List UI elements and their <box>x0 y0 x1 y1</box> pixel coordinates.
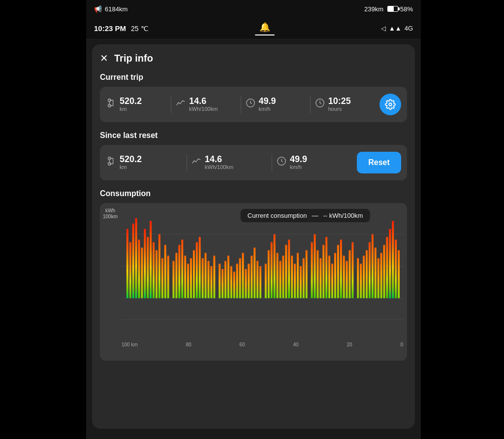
tooltip-separator: — <box>312 212 318 219</box>
svg-rect-74 <box>297 253 299 298</box>
svg-rect-69 <box>282 256 284 299</box>
reset-button[interactable]: Reset <box>357 152 401 173</box>
x-label-100: 100 km <box>122 342 138 347</box>
main-content: ✕ Trip info Current trip 520.2 km <box>92 44 415 429</box>
svg-rect-59 <box>251 256 252 299</box>
x-label-20: 20 <box>346 342 352 347</box>
svg-rect-75 <box>300 266 302 298</box>
time-stat: 10:25 hours <box>315 97 376 113</box>
svg-rect-76 <box>303 258 305 298</box>
svg-rect-96 <box>366 250 368 298</box>
svg-rect-68 <box>280 261 282 299</box>
svg-rect-107 <box>398 250 400 298</box>
reset-distance-stat: 520.2 km <box>106 155 183 171</box>
notification-bar: 10:23 PM 25 ℃ 🔔 ◁ ▲▲ 4G <box>86 18 421 39</box>
svg-rect-58 <box>248 264 250 298</box>
svg-rect-64 <box>268 250 270 298</box>
svg-rect-51 <box>227 256 229 299</box>
svg-rect-94 <box>360 264 362 298</box>
reset-consumption-stat: 14.6 kWh/100km <box>191 155 268 171</box>
status-right: 239km 58% <box>364 5 413 13</box>
x-axis-labels: 100 km 80 60 40 20 0 <box>122 342 403 347</box>
svg-rect-99 <box>375 247 377 298</box>
distance-stat: 520.2 km <box>106 97 167 113</box>
svg-rect-105 <box>392 221 394 298</box>
time-unit: hours <box>328 106 351 112</box>
chart-tooltip: Current consumption — -- kWh/100km <box>241 209 370 222</box>
svg-rect-60 <box>253 247 255 298</box>
distance-unit: km <box>120 106 142 112</box>
x-label-60: 60 <box>240 342 245 347</box>
svg-rect-95 <box>363 256 365 299</box>
svg-rect-83 <box>325 237 327 299</box>
svg-rect-62 <box>259 266 261 298</box>
divider-3 <box>310 96 311 113</box>
svg-rect-82 <box>322 245 324 298</box>
reset-distance-icon <box>106 156 117 169</box>
svg-rect-77 <box>306 250 308 298</box>
svg-rect-70 <box>285 245 287 298</box>
svg-rect-18 <box>126 229 128 299</box>
tooltip-value: -- kWh/100km <box>323 212 363 219</box>
svg-rect-80 <box>316 250 318 298</box>
svg-rect-84 <box>328 256 330 299</box>
svg-rect-19 <box>129 242 131 299</box>
svg-rect-103 <box>386 237 388 299</box>
svg-rect-43 <box>202 258 204 298</box>
settings-button[interactable] <box>379 94 401 115</box>
svg-rect-88 <box>340 239 342 298</box>
divider-1 <box>171 96 171 113</box>
svg-rect-25 <box>147 237 149 299</box>
svg-rect-71 <box>288 239 290 298</box>
svg-rect-73 <box>294 264 296 298</box>
battery-indicator: 58% <box>387 5 413 13</box>
svg-rect-37 <box>184 256 186 299</box>
trip-info-title: Trip info <box>114 53 153 64</box>
svg-rect-72 <box>291 256 293 299</box>
time-value: 10:25 <box>328 97 351 106</box>
svg-rect-34 <box>175 253 177 298</box>
svg-rect-79 <box>314 234 316 298</box>
svg-rect-55 <box>239 258 241 298</box>
consumption-value: 14.6 <box>189 97 218 106</box>
signal-icon: ▲▲ <box>389 25 402 32</box>
svg-rect-40 <box>193 250 195 298</box>
svg-rect-87 <box>337 245 339 298</box>
svg-rect-102 <box>383 245 385 298</box>
y-axis-label: kWh 100km <box>103 208 118 220</box>
bell-icon[interactable]: 🔔 <box>259 22 270 33</box>
network-label: 4G <box>405 25 413 32</box>
speed-unit: km/h <box>259 106 276 112</box>
svg-rect-86 <box>334 253 336 298</box>
svg-rect-61 <box>256 261 258 299</box>
svg-rect-23 <box>141 247 143 298</box>
speed-stat: 49.9 km/h <box>245 97 306 113</box>
svg-rect-89 <box>343 256 345 299</box>
svg-rect-90 <box>346 261 348 299</box>
svg-rect-56 <box>242 253 244 298</box>
status-left: 📢 6184km <box>94 5 127 13</box>
close-button[interactable]: ✕ <box>100 52 108 64</box>
tooltip-label: Current consumption <box>248 212 307 219</box>
svg-rect-57 <box>245 269 247 299</box>
svg-rect-46 <box>210 266 212 298</box>
svg-rect-42 <box>199 237 201 299</box>
temperature-display: 25 ℃ <box>131 25 148 33</box>
chart-bars-area: 40 20 0 -20 <box>122 213 403 341</box>
consumption-stat: 14.6 kWh/100km <box>175 97 236 113</box>
svg-rect-100 <box>378 258 379 298</box>
svg-rect-31 <box>164 245 166 298</box>
reset-consumption-icon <box>191 156 202 169</box>
svg-rect-67 <box>277 253 279 298</box>
consumption-icon <box>175 98 186 111</box>
system-icons: ◁ ▲▲ 4G <box>381 25 413 32</box>
svg-rect-97 <box>369 242 371 299</box>
svg-rect-32 <box>167 256 169 299</box>
svg-rect-48 <box>219 264 220 298</box>
x-label-80: 80 <box>186 342 191 347</box>
svg-rect-35 <box>178 245 180 298</box>
since-last-reset-card: 520.2 km 14.6 kWh/100km <box>100 145 407 180</box>
svg-point-5 <box>389 103 392 106</box>
svg-rect-54 <box>236 264 238 298</box>
current-trip-card: 520.2 km 14.6 kWh/100km <box>100 87 407 122</box>
